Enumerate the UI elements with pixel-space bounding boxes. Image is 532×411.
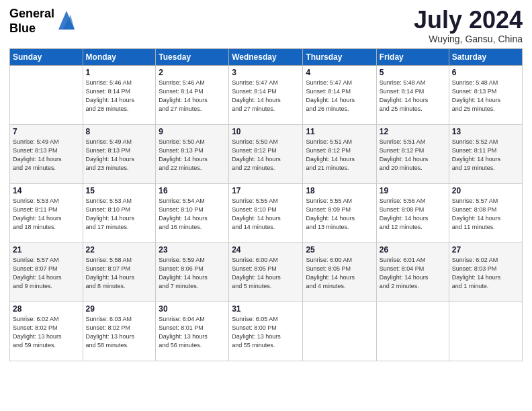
day-number: 25: [306, 245, 373, 255]
day-number: 26: [380, 245, 446, 255]
calendar-cell: 20Sunrise: 5:57 AM Sunset: 8:08 PM Dayli…: [449, 183, 522, 242]
calendar-cell: 27Sunrise: 6:02 AM Sunset: 8:03 PM Dayli…: [449, 242, 522, 302]
calendar-cell: 11Sunrise: 5:51 AM Sunset: 8:12 PM Dayli…: [303, 124, 376, 183]
day-number: 9: [159, 127, 226, 136]
day-info: Sunrise: 6:04 AM Sunset: 8:01 PM Dayligh…: [159, 315, 226, 350]
logo-icon: [56, 8, 77, 32]
page: General Blue July 2024 Wuying, Gansu, Ch…: [0, 0, 532, 411]
weekday-header-sunday: Sunday: [10, 48, 83, 65]
day-info: Sunrise: 5:52 AM Sunset: 8:11 PM Dayligh…: [452, 138, 519, 173]
day-info: Sunrise: 5:59 AM Sunset: 8:06 PM Dayligh…: [159, 256, 226, 291]
week-row-4: 21Sunrise: 5:57 AM Sunset: 8:07 PM Dayli…: [10, 242, 523, 302]
day-number: 23: [159, 245, 226, 255]
calendar-cell: [303, 302, 376, 361]
day-info: Sunrise: 6:02 AM Sunset: 8:02 PM Dayligh…: [13, 315, 80, 350]
weekday-header-friday: Friday: [376, 48, 449, 65]
day-info: Sunrise: 5:53 AM Sunset: 8:10 PM Dayligh…: [86, 197, 153, 232]
weekday-header-tuesday: Tuesday: [156, 48, 229, 65]
calendar-cell: 31Sunrise: 6:05 AM Sunset: 8:00 PM Dayli…: [229, 302, 303, 361]
calendar-cell: [449, 302, 522, 361]
weekday-header-thursday: Thursday: [303, 48, 376, 65]
logo: General Blue: [9, 7, 77, 36]
week-row-5: 28Sunrise: 6:02 AM Sunset: 8:02 PM Dayli…: [10, 302, 523, 361]
day-info: Sunrise: 6:03 AM Sunset: 8:02 PM Dayligh…: [86, 315, 153, 350]
calendar-cell: 1Sunrise: 5:46 AM Sunset: 8:14 PM Daylig…: [83, 65, 156, 124]
day-number: 11: [306, 127, 373, 136]
day-info: Sunrise: 5:53 AM Sunset: 8:11 PM Dayligh…: [13, 197, 80, 232]
calendar-cell: 12Sunrise: 5:51 AM Sunset: 8:12 PM Dayli…: [376, 124, 449, 183]
day-number: 20: [452, 186, 519, 195]
day-info: Sunrise: 5:48 AM Sunset: 8:14 PM Dayligh…: [380, 79, 446, 113]
header: General Blue July 2024 Wuying, Gansu, Ch…: [9, 7, 523, 44]
calendar-cell: 26Sunrise: 6:01 AM Sunset: 8:04 PM Dayli…: [376, 242, 449, 302]
day-number: 30: [159, 304, 226, 314]
calendar-cell: 15Sunrise: 5:53 AM Sunset: 8:10 PM Dayli…: [83, 183, 156, 242]
day-info: Sunrise: 5:48 AM Sunset: 8:13 PM Dayligh…: [452, 79, 519, 113]
calendar-cell: 10Sunrise: 5:50 AM Sunset: 8:12 PM Dayli…: [229, 124, 303, 183]
day-info: Sunrise: 5:46 AM Sunset: 8:14 PM Dayligh…: [86, 79, 153, 113]
day-number: 28: [13, 304, 80, 314]
day-number: 1: [86, 68, 153, 77]
day-number: 4: [306, 68, 373, 77]
logo-general: General: [9, 7, 54, 20]
day-info: Sunrise: 5:57 AM Sunset: 8:07 PM Dayligh…: [13, 256, 80, 291]
day-number: 27: [452, 245, 519, 255]
calendar-cell: 3Sunrise: 5:47 AM Sunset: 8:14 PM Daylig…: [229, 65, 303, 124]
calendar-cell: 19Sunrise: 5:56 AM Sunset: 8:08 PM Dayli…: [376, 183, 449, 242]
day-info: Sunrise: 5:46 AM Sunset: 8:14 PM Dayligh…: [159, 79, 226, 113]
week-row-2: 7Sunrise: 5:49 AM Sunset: 8:13 PM Daylig…: [10, 124, 523, 183]
day-info: Sunrise: 6:05 AM Sunset: 8:00 PM Dayligh…: [232, 315, 300, 350]
location: Wuying, Gansu, China: [414, 34, 523, 44]
day-number: 29: [86, 304, 153, 314]
day-number: 15: [86, 186, 153, 195]
calendar-cell: 16Sunrise: 5:54 AM Sunset: 8:10 PM Dayli…: [156, 183, 229, 242]
calendar-cell: 30Sunrise: 6:04 AM Sunset: 8:01 PM Dayli…: [156, 302, 229, 361]
day-info: Sunrise: 5:47 AM Sunset: 8:14 PM Dayligh…: [306, 79, 373, 113]
day-number: 3: [232, 68, 300, 77]
day-info: Sunrise: 5:51 AM Sunset: 8:12 PM Dayligh…: [380, 138, 446, 173]
day-number: 21: [13, 245, 80, 255]
day-info: Sunrise: 5:49 AM Sunset: 8:13 PM Dayligh…: [86, 138, 153, 173]
day-number: 19: [380, 186, 446, 195]
day-info: Sunrise: 5:49 AM Sunset: 8:13 PM Dayligh…: [13, 138, 80, 173]
week-row-3: 14Sunrise: 5:53 AM Sunset: 8:11 PM Dayli…: [10, 183, 523, 242]
calendar-cell: 13Sunrise: 5:52 AM Sunset: 8:11 PM Dayli…: [449, 124, 522, 183]
day-number: 16: [159, 186, 226, 195]
day-info: Sunrise: 5:57 AM Sunset: 8:08 PM Dayligh…: [452, 197, 519, 232]
day-info: Sunrise: 5:54 AM Sunset: 8:10 PM Dayligh…: [159, 197, 226, 232]
calendar-cell: 28Sunrise: 6:02 AM Sunset: 8:02 PM Dayli…: [10, 302, 83, 361]
calendar-cell: 4Sunrise: 5:47 AM Sunset: 8:14 PM Daylig…: [303, 65, 376, 124]
weekday-header-monday: Monday: [83, 48, 156, 65]
day-info: Sunrise: 5:51 AM Sunset: 8:12 PM Dayligh…: [306, 138, 373, 173]
calendar-cell: [10, 65, 83, 124]
day-number: 24: [232, 245, 300, 255]
calendar-cell: 25Sunrise: 6:00 AM Sunset: 8:05 PM Dayli…: [303, 242, 376, 302]
calendar-cell: 8Sunrise: 5:49 AM Sunset: 8:13 PM Daylig…: [83, 124, 156, 183]
title-block: July 2024 Wuying, Gansu, China: [414, 7, 523, 44]
calendar-cell: 7Sunrise: 5:49 AM Sunset: 8:13 PM Daylig…: [10, 124, 83, 183]
day-number: 5: [380, 68, 446, 77]
day-info: Sunrise: 5:50 AM Sunset: 8:12 PM Dayligh…: [232, 138, 300, 173]
weekday-header-wednesday: Wednesday: [229, 48, 303, 65]
week-row-1: 1Sunrise: 5:46 AM Sunset: 8:14 PM Daylig…: [10, 65, 523, 124]
day-number: 10: [232, 127, 300, 136]
day-info: Sunrise: 5:55 AM Sunset: 8:10 PM Dayligh…: [232, 197, 300, 232]
calendar-cell: 6Sunrise: 5:48 AM Sunset: 8:13 PM Daylig…: [449, 65, 522, 124]
day-number: 13: [452, 127, 519, 136]
day-number: 12: [380, 127, 446, 136]
day-number: 6: [452, 68, 519, 77]
day-info: Sunrise: 6:00 AM Sunset: 8:05 PM Dayligh…: [232, 256, 300, 291]
day-number: 22: [86, 245, 153, 255]
calendar-cell: 24Sunrise: 6:00 AM Sunset: 8:05 PM Dayli…: [229, 242, 303, 302]
calendar-cell: 9Sunrise: 5:50 AM Sunset: 8:13 PM Daylig…: [156, 124, 229, 183]
month-year: July 2024: [414, 7, 523, 34]
calendar-cell: 18Sunrise: 5:55 AM Sunset: 8:09 PM Dayli…: [303, 183, 376, 242]
day-info: Sunrise: 5:50 AM Sunset: 8:13 PM Dayligh…: [159, 138, 226, 173]
day-number: 31: [232, 304, 300, 314]
calendar-cell: 29Sunrise: 6:03 AM Sunset: 8:02 PM Dayli…: [83, 302, 156, 361]
day-number: 7: [13, 127, 80, 136]
day-info: Sunrise: 5:56 AM Sunset: 8:08 PM Dayligh…: [380, 197, 446, 232]
calendar-cell: 2Sunrise: 5:46 AM Sunset: 8:14 PM Daylig…: [156, 65, 229, 124]
day-number: 14: [13, 186, 80, 195]
day-number: 2: [159, 68, 226, 77]
